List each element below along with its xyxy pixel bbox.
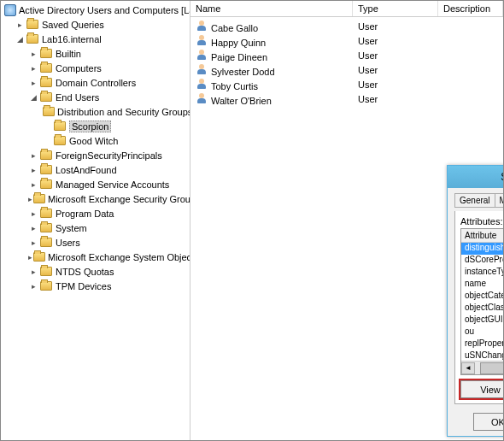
list-row[interactable]: Happy QuinnUser	[190, 33, 503, 48]
attr-row[interactable]: instanceType0x4 = ( WRITE )	[461, 267, 504, 279]
col-header-desc[interactable]: Description	[438, 1, 503, 16]
expand-icon[interactable]: ▸	[28, 252, 32, 262]
attr-name: uSNChanged	[461, 350, 504, 361]
tree-item[interactable]: Distribution and Security Groups	[3, 104, 188, 119]
attr-row[interactable]: distinguishedNameOU=Scorpion,OU=End User…	[461, 243, 504, 255]
cell-name: Happy Quinn	[190, 34, 353, 48]
folder-icon	[43, 106, 55, 118]
user-icon	[196, 49, 208, 61]
col-header-type[interactable]: Type	[353, 1, 438, 16]
expand-icon[interactable]: ▸	[28, 165, 38, 175]
tab-managed-by[interactable]: Managed By	[495, 193, 504, 207]
expand-icon[interactable]: ▸	[28, 209, 38, 219]
folder-icon	[39, 150, 53, 162]
expand-icon[interactable]: ▸	[15, 20, 25, 30]
list-pane: Name Type Description Cabe GalloUserHapp…	[190, 1, 503, 440]
tree-root[interactable]: Active Directory Users and Computers [La…	[3, 3, 188, 17]
attr-row[interactable]: ouScorpion	[461, 326, 504, 338]
attr-row[interactable]: objectClasstop; organizationalUnit	[461, 303, 504, 315]
attr-name: name	[461, 279, 504, 291]
tree-item-label: System	[56, 223, 87, 233]
ok-button[interactable]: OK	[473, 413, 504, 431]
attr-name: instanceType	[461, 267, 504, 279]
tree-item[interactable]: ▸Saved Queries	[3, 17, 188, 32]
attributes-table: Attribute Value distinguishedNameOU=Scor…	[460, 228, 504, 375]
tree-item[interactable]: ▸TPM Devices	[3, 279, 188, 293]
list-row[interactable]: Walter O'BrienUser	[190, 91, 503, 106]
tree-item-label: ForeignSecurityPrincipals	[56, 150, 162, 161]
scroll-left-button[interactable]: ◄	[461, 362, 475, 374]
attr-row[interactable]: uSNChanged461462	[461, 350, 504, 361]
dialog-tabs: GeneralManaged ByObjectSecurityCOM+Attri…	[454, 193, 504, 208]
tree-item[interactable]: ▸Domain Controllers	[3, 75, 188, 90]
tree-item[interactable]: ▸Managed Service Accounts	[3, 177, 188, 191]
expand-icon[interactable]: ▸	[28, 281, 38, 291]
folder-icon	[39, 91, 53, 103]
tree-item[interactable]: ▸Microsoft Exchange Security Groups	[3, 191, 188, 206]
list-row[interactable]: Sylvester DoddUser	[190, 62, 503, 77]
attr-row[interactable]: objectGUID4be458dc-3dc9-41f1-a69a-7c9146…	[461, 315, 504, 326]
expand-icon[interactable]: ▸	[28, 238, 38, 248]
folder-icon	[39, 280, 53, 292]
tree-item[interactable]: ◢Lab16.internal	[3, 32, 188, 46]
list-row[interactable]: Toby CurtisUser	[190, 77, 503, 91]
tree-item[interactable]: ◢End Users	[3, 90, 188, 104]
tree-item[interactable]: ▸Microsoft Exchange System Objects	[3, 250, 188, 264]
tree-item[interactable]: ▸ForeignSecurityPrincipals	[3, 148, 188, 162]
col-header-name[interactable]: Name	[190, 1, 353, 16]
expand-icon[interactable]: ▸	[28, 267, 38, 277]
tree-item-label: End Users	[56, 92, 99, 103]
tree-item-label: Program Data	[56, 209, 114, 219]
cell-name: Walter O'Brien	[190, 92, 353, 106]
tree-item[interactable]: ▸Builtin	[3, 46, 188, 61]
collapse-icon[interactable]: ◢	[15, 34, 25, 44]
expand-icon[interactable]: ▸	[28, 194, 32, 204]
view-button[interactable]: View	[460, 380, 504, 398]
collapse-icon[interactable]: ◢	[28, 92, 38, 103]
attr-row[interactable]: objectCategoryCN=Organizational-Unit,CN=…	[461, 291, 504, 303]
tree-item[interactable]: ▸System	[3, 220, 188, 235]
expand-icon[interactable]: ▸	[28, 179, 38, 190]
attr-name: objectCategory	[461, 291, 504, 303]
list-row[interactable]: Paige DineenUser	[190, 48, 503, 62]
cell-type: User	[353, 79, 438, 90]
tree-item[interactable]: ▸Computers	[3, 61, 188, 75]
cell-type: User	[353, 36, 438, 46]
expand-icon[interactable]: ▸	[28, 150, 38, 161]
root-icon	[4, 4, 16, 16]
scroll-thumb[interactable]: III	[480, 362, 504, 374]
tree-item[interactable]: ▸Users	[3, 235, 188, 250]
tree-item-label: LostAndFound	[56, 165, 117, 175]
tree-item-label: Users	[56, 238, 80, 248]
attr-row[interactable]: nameScorpion	[461, 279, 504, 291]
tree-item[interactable]: Scorpion	[3, 119, 188, 133]
tree-item[interactable]: Good Witch	[3, 133, 188, 148]
tree-item[interactable]: ▸Program Data	[3, 206, 188, 220]
scrollbar-horizontal[interactable]: ◄ III ►	[461, 361, 504, 374]
expand-icon[interactable]: ▸	[28, 49, 38, 59]
properties-dialog: Scorpion Properties ? ✕ GeneralManaged B…	[447, 165, 504, 437]
user-icon	[196, 20, 208, 32]
user-icon	[196, 34, 208, 46]
expand-icon[interactable]: ▸	[28, 63, 38, 74]
tree-item[interactable]: ▸NTDS Quotas	[3, 264, 188, 279]
cell-name: Sylvester Dodd	[190, 63, 353, 77]
cell-type: User	[353, 65, 438, 75]
tab-general[interactable]: General	[454, 193, 495, 207]
attr-header-name[interactable]: Attribute	[461, 229, 504, 242]
tab-content: Attributes: Attribute Value distinguishe…	[454, 211, 504, 404]
expand-icon[interactable]: ▸	[28, 78, 38, 88]
dialog-titlebar[interactable]: Scorpion Properties ? ✕	[448, 166, 504, 188]
tree-item-label: Managed Service Accounts	[56, 179, 169, 190]
spacer	[42, 136, 52, 146]
attr-row[interactable]: replPropertyMetaDataAttID Ver Loc.USN Or…	[461, 338, 504, 350]
list-row[interactable]: Cabe GalloUser	[190, 19, 503, 33]
attr-name: dSCorePropagationD...	[461, 255, 504, 267]
attr-row[interactable]: dSCorePropagationD...6/22/2018 11:09:35 …	[461, 255, 504, 267]
cell-type: User	[353, 94, 438, 104]
attr-body[interactable]: distinguishedNameOU=Scorpion,OU=End User…	[461, 243, 504, 361]
cell-type: User	[353, 50, 438, 61]
tree-pane[interactable]: Active Directory Users and Computers [La…	[1, 1, 190, 440]
expand-icon[interactable]: ▸	[28, 223, 38, 233]
tree-item[interactable]: ▸LostAndFound	[3, 162, 188, 177]
